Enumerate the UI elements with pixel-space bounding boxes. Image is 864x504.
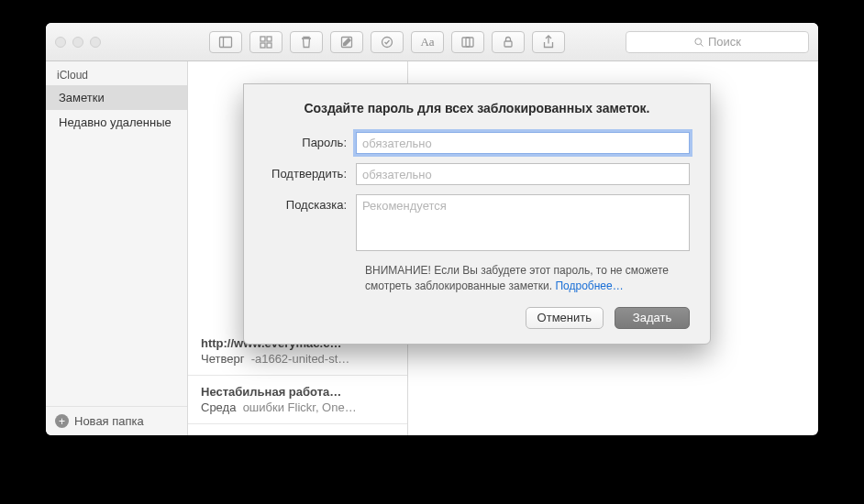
submit-button[interactable]: Задать bbox=[615, 307, 690, 329]
sidebar-item-recently-deleted[interactable]: Недавно удаленные bbox=[46, 110, 187, 135]
dialog-title: Создайте пароль для всех заблокированных… bbox=[264, 101, 690, 115]
toolbar: Aa Поиск bbox=[46, 23, 818, 61]
svg-point-11 bbox=[695, 38, 702, 44]
view-mode-button[interactable] bbox=[249, 31, 282, 53]
svg-rect-5 bbox=[267, 43, 271, 48]
note-snippet: ошибки Flickr, One… bbox=[243, 400, 357, 414]
sidebar-item-notes[interactable]: Заметки bbox=[46, 85, 187, 110]
hint-input[interactable] bbox=[356, 194, 690, 251]
close-window-icon[interactable] bbox=[55, 37, 66, 48]
list-item[interactable]: Нестабильная работа… Среда ошибки Flickr… bbox=[188, 376, 407, 424]
note-date: Четверг bbox=[201, 352, 244, 366]
format-button[interactable]: Aa bbox=[411, 31, 444, 53]
svg-rect-10 bbox=[504, 41, 512, 47]
svg-rect-3 bbox=[267, 37, 271, 41]
create-password-dialog: Создайте пароль для всех заблокированных… bbox=[243, 83, 711, 345]
new-folder-label: Новая папка bbox=[74, 414, 144, 428]
svg-rect-2 bbox=[260, 37, 265, 41]
zoom-window-icon[interactable] bbox=[90, 37, 101, 48]
learn-more-link[interactable]: Подробнее… bbox=[555, 279, 623, 292]
confirm-label: Подтвердить: bbox=[264, 163, 356, 181]
checklist-button[interactable] bbox=[371, 31, 404, 53]
search-field[interactable]: Поиск bbox=[626, 31, 809, 53]
note-date: Среда bbox=[201, 400, 236, 414]
confirm-password-input[interactable] bbox=[356, 163, 690, 185]
sidebar-toggle-button[interactable] bbox=[209, 31, 242, 53]
cancel-button[interactable]: Отменить bbox=[526, 307, 604, 329]
search-icon bbox=[693, 37, 704, 48]
search-placeholder: Поиск bbox=[708, 35, 741, 49]
hint-label: Подсказка: bbox=[264, 194, 356, 212]
window-controls bbox=[55, 37, 101, 48]
lock-button[interactable] bbox=[492, 31, 525, 53]
delete-button[interactable] bbox=[290, 31, 323, 53]
new-note-button[interactable] bbox=[330, 31, 363, 53]
svg-rect-4 bbox=[260, 43, 265, 48]
new-folder-button[interactable]: + Новая папка bbox=[46, 406, 187, 435]
sidebar: iCloud Заметки Недавно удаленные + Новая… bbox=[46, 61, 188, 435]
share-button[interactable] bbox=[532, 31, 565, 53]
warning-text: ВНИМАНИЕ! Если Вы забудете этот пароль, … bbox=[365, 263, 690, 294]
password-input[interactable] bbox=[356, 132, 690, 154]
account-header: iCloud bbox=[46, 61, 187, 85]
plus-icon: + bbox=[55, 414, 69, 428]
minimize-window-icon[interactable] bbox=[72, 37, 83, 48]
note-snippet: -a1662-united-st… bbox=[251, 352, 350, 366]
attachments-button[interactable] bbox=[451, 31, 484, 53]
svg-line-12 bbox=[701, 43, 703, 46]
note-title: Нестабильная работа… bbox=[201, 385, 394, 399]
notes-window: Aa Поиск iCloud Заметки Недавно удаленны… bbox=[46, 23, 818, 435]
password-label: Пароль: bbox=[264, 132, 356, 149]
svg-rect-0 bbox=[220, 37, 232, 47]
